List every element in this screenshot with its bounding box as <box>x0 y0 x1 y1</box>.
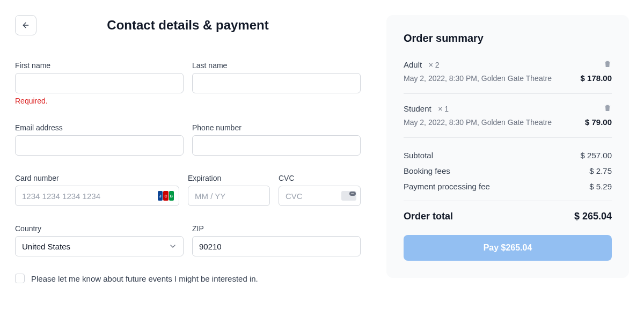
fee-value: $ 2.75 <box>589 166 612 175</box>
cvc-field-group: CVC ••• <box>279 174 361 206</box>
card-number-input[interactable] <box>15 186 179 206</box>
remove-item-button[interactable] <box>603 60 612 70</box>
first-name-field-group: First name Required. <box>15 61 184 105</box>
expiration-field-group: Expiration <box>188 174 270 206</box>
country-select[interactable]: United States <box>15 236 184 256</box>
fee-value: $ 257.00 <box>581 151 612 160</box>
country-label: Country <box>15 224 184 233</box>
order-summary-title: Order summary <box>404 32 612 45</box>
fee-row: Payment processing fee $ 5.29 <box>404 179 612 194</box>
summary-item: Adult × 2 May 2, 2022, 8:30 PM, Golden G… <box>404 60 612 94</box>
card-number-label: Card number <box>15 174 179 182</box>
arrow-left-icon <box>21 21 30 30</box>
email-input[interactable] <box>15 135 184 156</box>
trash-icon <box>603 60 612 68</box>
email-field-group: Email address <box>15 123 184 156</box>
summary-item-meta: May 2, 2022, 8:30 PM, Golden Gate Theatr… <box>404 118 552 127</box>
first-name-input[interactable] <box>15 73 184 93</box>
zip-label: ZIP <box>192 224 361 233</box>
expiration-label: Expiration <box>188 174 270 182</box>
last-name-input[interactable] <box>192 73 361 93</box>
marketing-checkbox[interactable] <box>15 274 25 283</box>
summary-item-qty: × 1 <box>438 105 449 113</box>
back-button[interactable] <box>15 15 36 35</box>
remove-item-button[interactable] <box>603 104 612 114</box>
zip-field-group: ZIP <box>192 224 361 256</box>
fee-label: Booking fees <box>404 166 450 175</box>
summary-item: Student × 1 May 2, 2022, 8:30 PM, Golden… <box>404 104 612 138</box>
summary-item-name: Student <box>404 104 431 113</box>
summary-item-price: $ 178.00 <box>581 73 612 83</box>
fee-value: $ 5.29 <box>589 182 612 191</box>
last-name-label: Last name <box>192 61 361 70</box>
summary-item-price: $ 79.00 <box>585 117 612 127</box>
expiration-input[interactable] <box>188 186 270 206</box>
summary-item-name: Adult <box>404 60 422 69</box>
fee-row: Booking fees $ 2.75 <box>404 163 612 179</box>
phone-field-group: Phone number <box>192 123 361 156</box>
jcb-card-icon: JCB <box>157 190 175 202</box>
summary-item-meta: May 2, 2022, 8:30 PM, Golden Gate Theatr… <box>404 74 552 83</box>
last-name-field-group: Last name <box>192 61 361 105</box>
country-field-group: Country United States <box>15 224 184 256</box>
card-number-field-group: Card number JCB <box>15 174 179 206</box>
email-label: Email address <box>15 123 184 132</box>
fee-label: Payment processing fee <box>404 182 490 191</box>
fee-label: Subtotal <box>404 151 433 160</box>
trash-icon <box>603 104 612 112</box>
phone-input[interactable] <box>192 135 361 156</box>
order-total-value: $ 265.04 <box>574 211 612 222</box>
fee-row: Subtotal $ 257.00 <box>404 148 612 163</box>
cvc-label: CVC <box>279 174 361 182</box>
summary-item-qty: × 2 <box>429 61 440 69</box>
page-title: Contact details & payment <box>107 18 268 33</box>
zip-input[interactable] <box>192 236 361 256</box>
marketing-checkbox-label: Please let me know about future events I… <box>31 274 258 283</box>
order-total-label: Order total <box>404 211 453 222</box>
pay-button[interactable]: Pay $265.04 <box>404 235 612 261</box>
cvc-card-icon: ••• <box>341 191 356 201</box>
first-name-label: First name <box>15 61 184 70</box>
first-name-error: Required. <box>15 97 184 105</box>
phone-label: Phone number <box>192 123 361 132</box>
